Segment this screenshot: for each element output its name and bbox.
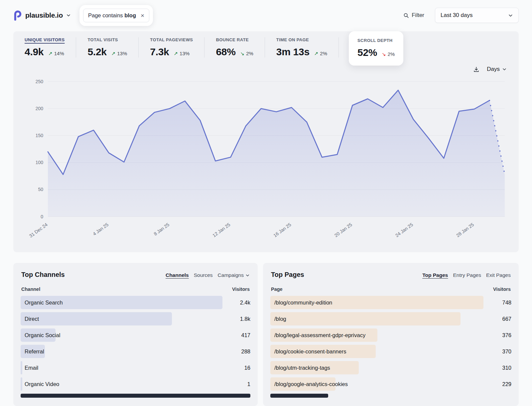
svg-text:28 Jan 25: 28 Jan 25 [455,222,475,238]
table-row[interactable]: /blog/google-analytics-cookies229 [270,377,511,391]
row-bar-track: /blog/community-edition [270,296,483,309]
metric-change: ↘2% [240,51,253,57]
top-channels-title: Top Channels [21,271,65,279]
row-value: 417 [222,332,250,338]
row-bar [21,312,172,325]
site-switcher[interactable]: plausible.io [13,10,71,21]
tab-channels[interactable]: Channels [166,272,189,278]
row-label[interactable]: Organic Search [25,300,63,306]
metric-scroll-depth[interactable]: SCROLL DEPTH52%↘2% [349,31,403,66]
filter-button-label: Filter [412,12,424,19]
channels-tabs: Channels Sources Campaigns [166,272,250,278]
row-value: 288 [222,348,250,355]
tab-campaigns[interactable]: Campaigns [218,272,250,278]
top-channels-card: Top Channels Channels Sources Campaigns … [13,263,258,406]
row-bar-track: Email [21,361,222,374]
row-label[interactable]: /blog [274,316,286,322]
trend-down-icon: ↘ [382,51,386,57]
tab-exit-pages[interactable]: Exit Pages [486,272,511,278]
table-row[interactable]: /blog/community-edition748 [270,296,511,309]
trend-up-icon: ↗ [174,51,178,57]
metric-total-pageviews[interactable]: TOTAL PAGEVIEWS7.3k↗13% [150,37,204,58]
metric-label[interactable]: TIME ON PAGE [276,37,327,42]
date-range-select[interactable]: Last 30 days [435,8,519,23]
row-label[interactable]: /blog/utm-tracking-tags [274,365,330,371]
pages-tabs: Top Pages Entry Pages Exit Pages [422,272,511,278]
row-bar [21,361,22,374]
svg-text:24 Jan 25: 24 Jan 25 [394,222,414,238]
svg-text:31 Dec 24: 31 Dec 24 [28,222,49,239]
row-label[interactable]: /blog/google-analytics-cookies [274,381,348,387]
table-row[interactable]: Referral288 [21,345,250,358]
table-row[interactable]: Organic Search2.4k [21,296,250,309]
interval-select[interactable]: Days [487,66,507,73]
metric-value: 52% [357,47,377,58]
tab-top-pages[interactable]: Top Pages [422,272,448,278]
download-icon[interactable] [473,66,479,73]
filter-pill-spotlight: Page contains blog × [79,5,153,26]
metric-label[interactable]: TOTAL PAGEVIEWS [150,37,193,42]
pages-list: /blog/community-edition748/blog667/blog/… [270,296,511,398]
table-row[interactable]: /blog667 [270,312,511,325]
row-value: 16 [222,365,250,371]
row-label[interactable]: /blog/cookie-consent-banners [274,348,346,355]
metric-unique-visitors[interactable]: UNIQUE VISITORS4.9k↗14% [25,37,76,58]
metric-total-visits[interactable]: TOTAL VISITS5.2k↗13% [87,37,139,58]
row-label[interactable]: /blog/community-edition [274,300,332,306]
site-name: plausible.io [25,11,63,19]
filter-pill[interactable]: Page contains blog × [83,9,149,22]
metric-label[interactable]: SCROLL DEPTH [357,38,395,43]
chevron-down-icon [508,13,513,18]
svg-text:0: 0 [41,214,43,219]
table-row[interactable]: Organic Video1 [21,377,250,391]
tab-campaigns-label: Campaigns [218,272,244,278]
table-row[interactable]: Organic Social417 [21,328,250,342]
metric-time-on-page[interactable]: TIME ON PAGE3m 13s↗2% [276,37,339,58]
row-bar-track: Referral [21,345,222,358]
row-value: 376 [483,332,511,338]
metric-label[interactable]: BOUNCE RATE [216,37,253,42]
search-icon [403,13,409,18]
row-bar [21,377,22,391]
row-label[interactable]: /blog/legal-assessment-gdpr-eprivacy [274,332,365,338]
filter-button[interactable]: Filter [403,12,424,19]
filter-pill-text: Page contains blog [88,12,136,19]
table-row[interactable]: Direct1.8k [21,312,250,325]
tab-sources[interactable]: Sources [194,272,213,278]
metric-label[interactable]: UNIQUE VISITORS [25,37,65,42]
column-header-page: Page [271,287,283,292]
row-label[interactable]: Organic Video [25,381,59,387]
row-bar-track: Direct [21,312,222,325]
metric-label[interactable]: TOTAL VISITS [87,37,127,42]
row-bar-track: /blog [270,312,483,325]
row-value: 1.8k [222,316,250,322]
row-label[interactable]: Direct [25,316,39,322]
row-bar-track: /blog/cookie-consent-banners [270,345,483,358]
close-icon[interactable]: × [141,12,144,19]
header-controls: Filter Last 30 days [403,8,519,23]
partial-row-bar [21,394,250,398]
top-bar: plausible.io Page contains blog × Filter… [0,0,532,31]
metric-bounce-rate[interactable]: BOUNCE RATE68%↘2% [216,37,265,58]
row-bar-track: /blog/google-analytics-cookies [270,377,483,391]
table-row[interactable]: /blog/utm-tracking-tags310 [270,361,511,374]
trend-up-icon: ↗ [48,51,53,57]
table-row[interactable]: /blog/cookie-consent-banners370 [270,345,511,358]
row-label[interactable]: Organic Social [25,332,60,338]
main-graph-panel: UNIQUE VISITORS4.9k↗14%TOTAL VISITS5.2k↗… [13,31,519,252]
row-value: 2.4k [222,300,250,306]
column-header-channel: Channel [21,287,40,292]
metric-value: 5.2k [87,46,106,58]
metric-value: 3m 13s [276,46,310,58]
trend-up-icon: ↗ [314,51,319,57]
row-label[interactable]: Referral [25,348,44,355]
table-row[interactable]: Email16 [21,361,250,374]
table-row[interactable]: /blog/legal-assessment-gdpr-eprivacy376 [270,328,511,342]
chevron-down-icon [66,13,71,18]
chevron-down-icon [245,273,250,278]
tab-entry-pages[interactable]: Entry Pages [453,272,481,278]
visitors-chart[interactable]: 05010015020025031 Dec 244 Jan 258 Jan 25… [25,78,507,244]
row-label[interactable]: Email [25,365,38,371]
metrics-row: UNIQUE VISITORS4.9k↗14%TOTAL VISITS5.2k↗… [25,37,507,66]
row-bar-track: /blog/legal-assessment-gdpr-eprivacy [270,328,483,342]
